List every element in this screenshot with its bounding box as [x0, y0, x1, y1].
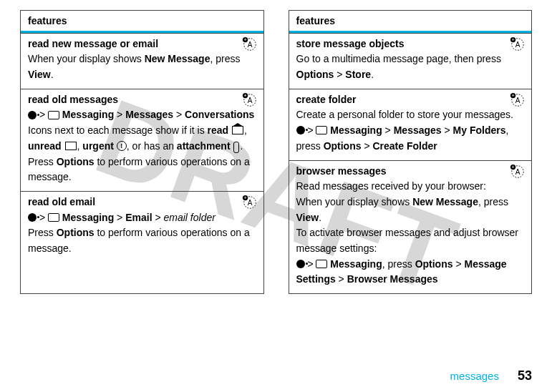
messaging-icon	[316, 260, 327, 268]
page-footer: messages53	[450, 366, 532, 386]
ui-label: Store	[345, 69, 371, 80]
page-number: 53	[518, 368, 532, 383]
separator: >	[114, 109, 125, 120]
text: .	[51, 69, 54, 80]
messaging-icon	[48, 213, 59, 222]
operator-badge-icon: A+	[510, 164, 526, 180]
ui-label: Messaging	[330, 124, 382, 136]
nav-path: > Messaging, press Options > Message Set…	[296, 257, 525, 288]
separator: >	[334, 69, 345, 80]
row-store-objects: A+ store message objects Go to a multime…	[289, 33, 532, 89]
row-body: Create a personal folder to store your m…	[296, 107, 525, 123]
row-body: To activate browser messages and adjust …	[296, 225, 525, 256]
row-body: Read messages received by your browser:	[296, 179, 525, 195]
operator-badge-icon: A+	[242, 195, 258, 210]
ui-label: Messages	[394, 124, 442, 136]
separator: >	[453, 258, 465, 270]
ui-label: Messages	[125, 109, 173, 120]
svg-text:+: +	[243, 92, 246, 99]
text: When your display shows	[28, 53, 145, 64]
ui-label: Options	[324, 140, 362, 152]
ui-label: View	[28, 69, 51, 80]
left-table: features A+ read new message or email Wh…	[20, 10, 264, 294]
row-read-new: A+ read new message or email When your d…	[21, 33, 263, 89]
ui-label: Email	[125, 212, 152, 223]
svg-text:+: +	[243, 195, 246, 201]
page-columns: features A+ read new message or email Wh…	[0, 0, 552, 294]
svg-text:A: A	[515, 167, 520, 175]
messaging-icon	[48, 111, 59, 119]
ui-label: Options	[57, 156, 95, 167]
operator-badge-icon: A+	[242, 92, 258, 108]
bold-text: unread	[28, 140, 62, 152]
ui-label: Messaging	[330, 258, 382, 270]
ui-label: Messaging	[62, 109, 114, 120]
svg-text:A: A	[247, 96, 252, 104]
row-body: When your display shows New Message, pre…	[296, 195, 525, 225]
svg-text:+: +	[243, 36, 246, 43]
row-body: Press Options to perform various operati…	[28, 225, 256, 256]
row-title: read old email	[28, 195, 256, 210]
bold-text: read	[208, 124, 229, 136]
row-title: store message objects	[296, 36, 525, 52]
text: , or has an	[127, 140, 177, 152]
row-title: read old messages	[28, 92, 256, 108]
separator: >	[382, 124, 394, 136]
text: , press	[210, 53, 240, 64]
text: Press	[28, 227, 57, 238]
row-title: browser messages	[296, 164, 525, 180]
operator-badge-icon: A+	[242, 36, 258, 52]
center-key-icon	[296, 126, 305, 134]
separator: >	[152, 212, 164, 223]
ui-label: New Message	[145, 53, 210, 64]
italic-text: email folder	[164, 212, 216, 223]
svg-text:A: A	[515, 40, 520, 48]
ui-label: Browser Messages	[347, 273, 438, 285]
left-header: features	[21, 11, 263, 33]
text: Icons next to each message show if it is	[28, 124, 208, 136]
row-read-old-msg: A+ read old messages > Messaging > Messa…	[21, 89, 263, 191]
center-key-icon	[296, 260, 305, 268]
ui-label: Conversations	[185, 109, 254, 120]
text: , press	[478, 196, 508, 207]
row-browser-messages: A+ browser messages Read messages receiv…	[289, 160, 532, 294]
nav-path: > Messaging > Messages > Conversations	[28, 107, 256, 123]
messaging-icon	[316, 126, 327, 134]
ui-label: My Folders	[453, 124, 506, 136]
row-create-folder: A+ create folder Create a personal folde…	[289, 89, 532, 160]
ui-label: Create Folder	[372, 140, 437, 152]
nav-path: > Messaging > Email > email folder	[28, 210, 256, 226]
ui-label: Options	[57, 227, 95, 238]
bold-text: urgent	[82, 140, 114, 152]
operator-badge-icon: A+	[510, 36, 526, 52]
separator: >	[173, 109, 185, 120]
unread-icon	[65, 142, 77, 150]
text: .	[319, 212, 321, 223]
svg-text:A: A	[247, 199, 252, 207]
row-body: Go to a multimedia message page, then pr…	[296, 52, 525, 82]
svg-text:+: +	[511, 36, 514, 43]
read-icon	[232, 126, 243, 134]
svg-text:+: +	[511, 92, 514, 99]
ui-label: Options	[415, 258, 453, 270]
center-key-icon	[28, 111, 37, 119]
separator: >	[114, 212, 125, 223]
bold-text: attachment	[177, 140, 231, 152]
separator: >	[362, 140, 373, 152]
operator-badge-icon: A+	[510, 92, 526, 108]
row-title: read new message or email	[28, 36, 256, 52]
urgent-icon: !	[117, 141, 127, 151]
ui-label: New Message	[412, 196, 478, 207]
row-body: When your display shows New Message, pre…	[28, 52, 256, 82]
ui-label: Messaging	[62, 212, 114, 223]
center-key-icon	[28, 213, 37, 222]
ui-label: Options	[296, 69, 334, 80]
separator: >	[442, 124, 453, 136]
nav-path: > Messaging > Messages > My Folders, pre…	[296, 123, 525, 154]
row-title: create folder	[296, 92, 525, 108]
text: ,	[244, 124, 247, 136]
text: Go to a multimedia message page, then pr…	[296, 53, 501, 64]
svg-text:A: A	[515, 96, 520, 104]
ui-label: View	[296, 212, 319, 223]
text: , press	[382, 258, 415, 270]
